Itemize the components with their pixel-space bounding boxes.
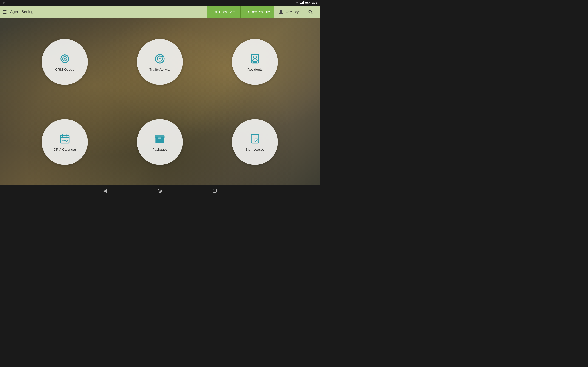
- status-right-icons: 3:33: [295, 1, 317, 4]
- traffic-activity-button[interactable]: Traffic Activity: [137, 39, 183, 85]
- signal-icon: [300, 1, 304, 4]
- svg-point-9: [64, 58, 65, 59]
- home-button[interactable]: [157, 189, 162, 193]
- packages-label: Packages: [152, 148, 167, 151]
- packages-icon: [153, 132, 166, 145]
- svg-point-4: [280, 10, 282, 12]
- square-button[interactable]: [213, 189, 217, 193]
- crm-calendar-button[interactable]: CRM Calendar: [42, 119, 88, 165]
- svg-point-10: [64, 54, 65, 56]
- svg-rect-32: [158, 137, 161, 139]
- crm-queue-button[interactable]: CRM Queue: [42, 39, 88, 85]
- status-left-icons: [3, 2, 5, 4]
- packages-button[interactable]: Packages: [137, 119, 183, 165]
- user-section[interactable]: Amy Lloyd: [275, 6, 304, 18]
- residents-label: Residents: [247, 67, 263, 71]
- svg-point-16: [159, 58, 161, 59]
- traffic-activity-label: Traffic Activity: [149, 67, 170, 71]
- crm-queue-label: CRM Queue: [55, 67, 74, 71]
- main-grid: CRM Queue Traffic Activity Residents: [0, 18, 320, 185]
- svg-line-6: [311, 13, 312, 14]
- back-icon: ◀: [103, 188, 107, 194]
- svg-rect-25: [61, 139, 63, 140]
- residents-button[interactable]: Residents: [232, 39, 278, 85]
- svg-rect-28: [61, 140, 63, 141]
- svg-rect-2: [305, 2, 309, 3]
- status-time: 3:33: [312, 1, 317, 4]
- svg-point-37: [158, 189, 162, 193]
- bottom-bar: ◀: [0, 185, 320, 196]
- sign-leases-label: Sign Leases: [246, 148, 265, 151]
- status-bar: 3:33: [0, 0, 320, 6]
- nav-buttons: Start Guest Card Explore Property: [207, 6, 274, 18]
- crm-calendar-label: CRM Calendar: [53, 148, 76, 151]
- crm-queue-icon: [58, 52, 71, 65]
- svg-line-11: [67, 56, 68, 56]
- user-icon: [278, 9, 284, 15]
- start-guest-card-button[interactable]: Start Guest Card: [207, 6, 240, 18]
- search-icon: [308, 9, 313, 15]
- battery-icon: [305, 1, 310, 4]
- svg-rect-27: [65, 139, 67, 140]
- menu-icon[interactable]: ☰: [3, 9, 7, 15]
- sign-leases-icon: [249, 132, 261, 145]
- svg-rect-29: [63, 140, 65, 141]
- residents-icon: [249, 52, 261, 65]
- home-icon: [157, 189, 162, 193]
- svg-rect-26: [63, 139, 65, 140]
- nav-separator: [241, 6, 241, 18]
- explore-property-button[interactable]: Explore Property: [241, 6, 274, 18]
- square-icon: [213, 189, 217, 193]
- search-button[interactable]: [304, 6, 317, 18]
- wifi-icon: [295, 1, 299, 4]
- crm-calendar-icon: [58, 132, 71, 145]
- back-button[interactable]: ◀: [103, 188, 107, 194]
- user-name: Amy Lloyd: [285, 10, 300, 14]
- svg-rect-39: [213, 189, 216, 192]
- app-title: Agent Settings: [10, 10, 207, 14]
- svg-rect-3: [309, 2, 310, 3]
- status-dot: [3, 2, 5, 4]
- traffic-activity-icon: [153, 52, 166, 65]
- nav-bar: ☰ Agent Settings Start Guest Card Explor…: [0, 6, 320, 18]
- sign-leases-button[interactable]: Sign Leases: [232, 119, 278, 165]
- svg-point-5: [309, 10, 312, 13]
- svg-point-0: [297, 4, 297, 4]
- svg-point-38: [159, 190, 161, 192]
